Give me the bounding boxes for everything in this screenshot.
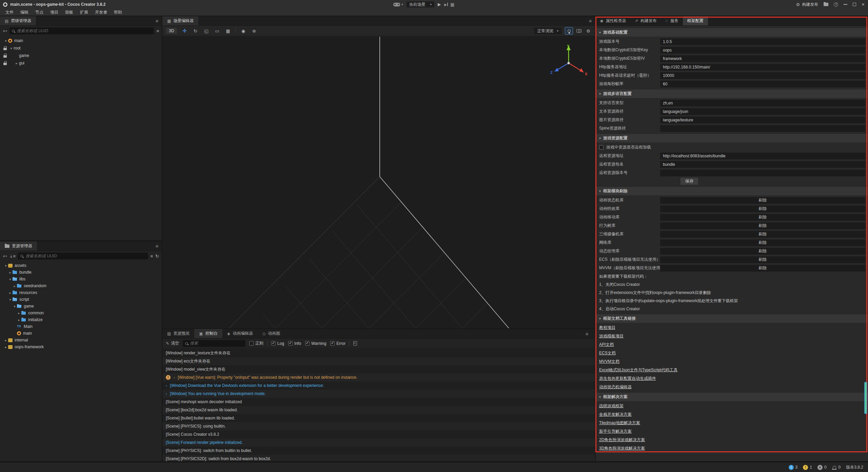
menu-item[interactable]: 节点 — [32, 8, 47, 16]
field-input[interactable]: framework — [660, 55, 865, 62]
minimize-icon[interactable] — [844, 4, 847, 5]
move-tool-icon[interactable]: ✛ — [181, 28, 188, 34]
log-filter-toggle[interactable]: Info — [288, 341, 301, 346]
lightbulb-toggle[interactable] — [565, 27, 573, 35]
tree-node[interactable]: game — [0, 303, 162, 310]
scene-viewport[interactable]: Y X Z — [162, 37, 595, 328]
refresh-icon[interactable]: ↻ — [155, 254, 159, 259]
field-input[interactable]: language/texture — [660, 117, 865, 123]
expand-chevron-icon[interactable] — [166, 384, 167, 388]
console-tab[interactable]: 动画编辑器 — [222, 329, 258, 338]
regex-toggle[interactable]: 正则 — [249, 340, 263, 346]
log-filter-toggle[interactable]: Log — [271, 341, 284, 346]
console-message[interactable]: [Scene] [PHYSICS2D]: switch from box2d-w… — [162, 455, 595, 461]
info-counter[interactable]: i 3 — [789, 465, 798, 470]
section-chevron-icon[interactable] — [599, 189, 601, 193]
tree-node[interactable]: Main — [0, 323, 162, 330]
rotate-tool-icon[interactable]: ↻ — [192, 28, 199, 34]
filter-icon[interactable]: ≡ — [156, 28, 159, 34]
console-message[interactable]: [Window] [Vue warn]: Property "onInput" … — [162, 373, 595, 381]
gear-icon[interactable]: ⚙ — [585, 28, 592, 34]
log-filter-toggle[interactable]: Warning — [305, 341, 326, 346]
tree-node[interactable]: bundle — [0, 269, 162, 276]
console-message[interactable]: [Scene] [box2d]:box2d wasm lib loaded. — [162, 406, 595, 414]
sort-assets-icon[interactable]: ⇣≡ — [9, 254, 16, 259]
tab-hierarchy[interactable]: ▤ 层级管理器 — [0, 16, 36, 25]
help-icon[interactable]: ? — [834, 2, 838, 7]
expand-chevron-icon[interactable] — [8, 271, 13, 274]
inspector-tab[interactable]: 构建发布 — [631, 16, 661, 25]
filter-checkbox[interactable] — [288, 341, 293, 346]
close-icon[interactable]: × — [862, 3, 865, 6]
section-chevron-icon[interactable] — [599, 317, 601, 320]
log-filter-toggle[interactable]: Error — [330, 341, 346, 346]
tree-node[interactable]: oops-framework — [0, 343, 162, 350]
view-mode-dropdown[interactable]: 正常浏览 ▾ — [534, 27, 561, 34]
section-chevron-icon[interactable] — [599, 31, 601, 34]
rect-tool-icon[interactable]: ▭ — [214, 28, 220, 34]
menu-item[interactable]: 编辑 — [17, 8, 32, 16]
expand-chevron-icon[interactable] — [3, 345, 8, 349]
section-chevron-icon[interactable] — [599, 136, 601, 140]
assets-search-input[interactable]: 搜索名称或 UUID — [18, 253, 148, 259]
error-counter[interactable]: × 0 — [817, 465, 827, 470]
menu-item[interactable]: 帮助 — [111, 8, 125, 16]
inspector-tab[interactable]: 框架配置 — [683, 16, 708, 25]
expand-chevron-icon[interactable] — [12, 304, 17, 308]
tree-node[interactable]: libs — [0, 276, 162, 282]
remove-module-button[interactable]: 剔除 — [660, 197, 865, 204]
remove-module-button[interactable]: 剔除 — [660, 265, 865, 272]
expand-chevron-icon[interactable] — [166, 392, 167, 396]
expand-chevron-icon[interactable] — [3, 39, 8, 43]
device-select-button[interactable]: ▾ — [393, 3, 403, 6]
coordinate-local-icon[interactable]: ⊕ — [251, 28, 257, 34]
layout-button[interactable] — [450, 2, 454, 7]
tree-node[interactable]: main — [0, 330, 162, 337]
expand-chevron-icon[interactable] — [8, 291, 13, 295]
field-input[interactable]: 10000 — [660, 72, 865, 79]
field-input[interactable]: 1.0.5 — [660, 38, 865, 45]
inspector-tab[interactable]: 属性检查器 — [596, 16, 631, 25]
lock-icon[interactable] — [3, 46, 7, 50]
camera-icon[interactable] — [576, 29, 581, 33]
expand-chevron-icon[interactable] — [8, 298, 13, 301]
orientation-gizmo[interactable]: Y X Z — [549, 43, 590, 80]
inspector-tab[interactable]: 服务 — [661, 16, 683, 25]
panel-menu-icon[interactable]: ≡ — [156, 18, 158, 24]
tree-node[interactable]: script — [0, 296, 162, 303]
remote-load-checkbox[interactable] — [599, 145, 604, 150]
menu-item[interactable]: 项目 — [47, 8, 62, 16]
console-message[interactable]: [Window] Download the Vue Devtools exten… — [162, 381, 595, 390]
tree-node[interactable]: assets — [0, 262, 162, 269]
tree-node[interactable]: resources — [0, 289, 162, 296]
console-search-input[interactable]: 搜索 — [183, 340, 245, 347]
play-button[interactable] — [438, 2, 441, 7]
step-button[interactable] — [444, 2, 447, 7]
console-message[interactable]: [Scene] Cocos Creator v3.8.2 — [162, 430, 595, 438]
expand-chevron-icon[interactable] — [17, 311, 21, 315]
remove-module-button[interactable]: 剔除 — [660, 222, 865, 229]
section-chevron-icon[interactable] — [599, 92, 601, 96]
tree-node[interactable]: common — [0, 310, 162, 316]
scene-selector-dropdown[interactable]: 当前场景 ▾ — [407, 1, 435, 7]
tree-node[interactable]: root — [0, 44, 162, 52]
menu-item[interactable]: 面板 — [62, 8, 77, 16]
panel-menu-icon[interactable]: ≡ — [156, 243, 158, 249]
console-message[interactable]: [Window] model_view文件夹存在 — [162, 365, 595, 373]
filter-checkbox[interactable] — [330, 341, 335, 346]
log-file-icon[interactable] — [353, 341, 357, 346]
lock-icon[interactable] — [3, 61, 7, 65]
remove-module-button[interactable]: 剔除 — [660, 231, 865, 238]
field-input[interactable]: http://192.168.0.150/main/ — [660, 64, 865, 71]
build-publish-button[interactable]: 构建发布 — [796, 2, 818, 7]
filter-icon[interactable]: ≡ — [151, 254, 153, 259]
menu-item[interactable]: 文件 — [2, 8, 17, 16]
console-message[interactable]: [Scene] meshopt wasm decoder initialized — [162, 398, 595, 406]
pivot-center-icon[interactable]: ◉ — [240, 28, 246, 34]
tab-assets[interactable]: 资源管理器 — [0, 241, 37, 251]
remove-module-button[interactable]: 剔除 — [660, 205, 865, 212]
expand-chevron-icon[interactable] — [9, 46, 14, 50]
open-project-folder-icon[interactable] — [824, 3, 828, 6]
console-message[interactable]: [Window] render_texture文件夹存在 — [162, 349, 595, 357]
console-message[interactable]: [Scene] [PHYSICS]: switch from builtin t… — [162, 447, 595, 455]
